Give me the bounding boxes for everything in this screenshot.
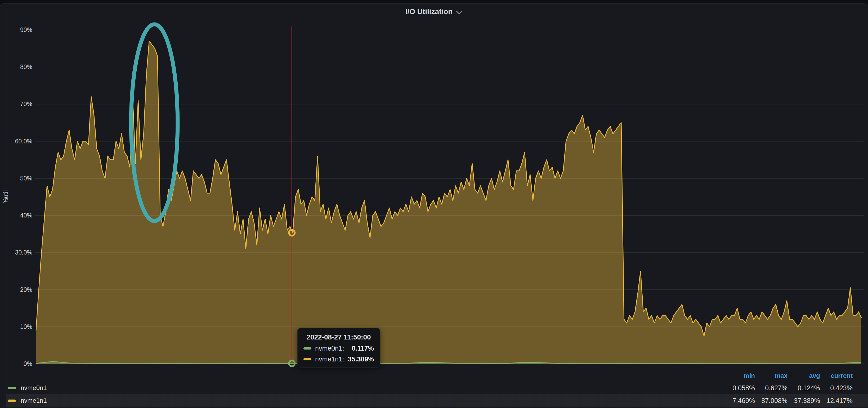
tooltip-series-label: nvme1n1: [315,355,344,363]
tooltip-series-value: 35.309% [348,355,374,363]
legend: minmaxavgcurrent nvme0n10.058%0.627%0.12… [0,370,868,408]
legend-header-avg[interactable]: avg [787,372,820,379]
chevron-down-icon [456,10,463,14]
legend-row-nvme0n1: nvme0n10.058%0.627%0.124%0.423% [0,381,868,394]
y-tick-label: 30.0% [15,249,32,256]
tooltip-series-dash-icon [304,347,311,349]
legend-series-name-nvme1n1[interactable]: nvme1n1 [21,397,47,404]
legend-stat-min-nvme0n1: 0.058% [722,384,755,392]
legend-series-name-nvme0n1[interactable]: nvme0n1 [21,384,47,392]
legend-series-dash-icon [8,400,16,402]
tooltip-series-dash-icon [304,358,311,361]
y-tick-label: 90% [20,27,32,33]
y-tick-label: 70% [20,101,32,107]
tooltip-series-label: nvme0n1: [315,344,344,352]
legend-stat-current-nvme0n1: 0.423% [820,384,852,392]
y-tick-label: 80% [20,64,32,70]
legend-stat-avg-nvme1n1: 37.389% [787,397,820,405]
legend-stat-avg-nvme0n1: 0.124% [787,384,820,392]
y-tick-label: 20% [20,286,32,293]
legend-stat-max-nvme0n1: 0.627% [755,384,787,392]
legend-stat-current-nvme1n1: 12.417% [820,397,852,405]
legend-header-max[interactable]: max [755,372,787,379]
y-tick-label: 40% [20,212,32,219]
y-tick-label: 10% [20,323,32,330]
legend-series-rows: nvme0n10.058%0.627%0.124%0.423%nvme1n17.… [0,381,868,407]
legend-stats-cells: 0.058%0.627%0.124%0.423% [722,384,868,392]
legend-stat-max-nvme1n1: 87.008% [755,397,787,405]
y-tick-label: 0% [24,361,32,367]
legend-header-min[interactable]: min [722,372,755,379]
legend-header-current[interactable]: current [820,372,852,379]
panel-header[interactable]: I/O Utilization [0,3,868,20]
y-tick-label: 60.0% [15,138,32,145]
legend-series-dash-icon [8,387,16,389]
legend-stats-cells: 7.469%87.008%37.389%12.417% [722,397,868,405]
io-utilization-chart[interactable]: 90%80%70%60.0%50%40%30.0%20%10%0%%util [0,0,868,408]
tooltip-rows: nvme0n1:0.117%nvme1n1:35.309% [304,344,374,363]
tooltip-row: nvme1n1:35.309% [304,355,374,363]
panel-title[interactable]: I/O Utilization [405,7,453,16]
grafana-panel-screen: 90%80%70%60.0%50%40%30.0%20%10%0%%util I… [0,0,868,408]
legend-row-nvme1n1: nvme1n17.469%87.008%37.389%12.417% [0,394,868,407]
tooltip-timestamp: 2022-08-27 11:50:00 [304,333,374,341]
legend-stat-min-nvme1n1: 7.469% [722,397,755,405]
y-tick-label: 50% [20,175,32,182]
legend-stats-header-row: minmaxavgcurrent [0,370,868,381]
tooltip-row: nvme0n1:0.117% [304,344,374,352]
y-axis-label: %util [2,190,9,203]
tooltip-series-value: 0.117% [352,344,374,352]
hover-tooltip: 2022-08-27 11:50:00 nvme0n1:0.117%nvme1n… [298,328,380,368]
